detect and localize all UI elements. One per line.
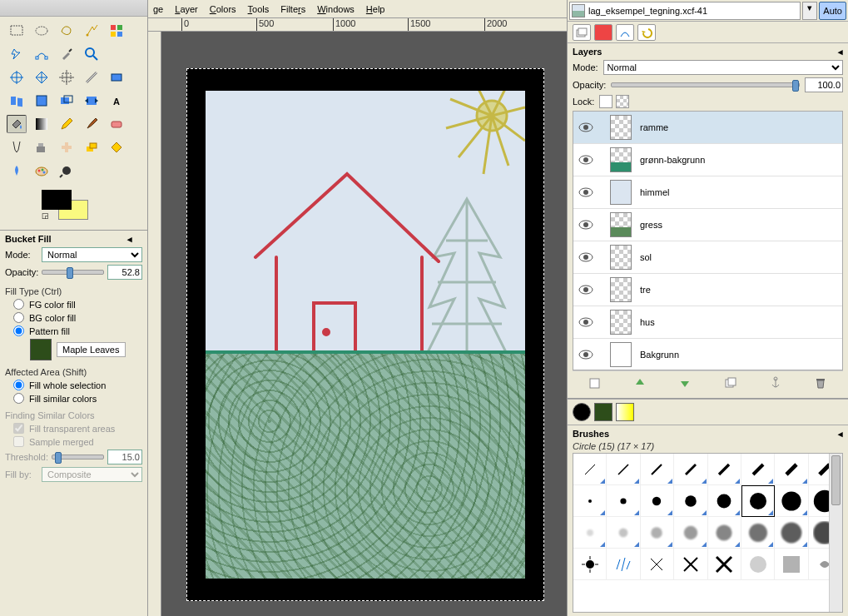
align-tool[interactable] bbox=[7, 68, 27, 87]
visibility-icon[interactable] bbox=[578, 250, 593, 265]
text-tool[interactable]: A bbox=[107, 92, 126, 110]
lock-pixels-check[interactable] bbox=[599, 95, 612, 108]
brush-item[interactable] bbox=[607, 454, 640, 485]
brush-item[interactable] bbox=[641, 549, 674, 580]
tab-layers[interactable] bbox=[573, 24, 591, 41]
lower-layer-button[interactable] bbox=[677, 375, 693, 391]
zoom-tool[interactable] bbox=[82, 45, 102, 63]
brush-item[interactable] bbox=[607, 485, 640, 517]
layer-row[interactable]: grønn-bakgrunn bbox=[573, 144, 842, 176]
menu-colors[interactable]: Colors bbox=[210, 4, 236, 14]
brush-item[interactable] bbox=[741, 485, 775, 517]
tab-paths[interactable] bbox=[616, 24, 634, 41]
layer-name[interactable]: tre bbox=[640, 285, 651, 295]
layer-row[interactable]: hus bbox=[573, 306, 842, 339]
crop-tool[interactable] bbox=[32, 68, 52, 87]
visibility-icon[interactable] bbox=[578, 315, 593, 330]
image-selector[interactable]: lag_eksempel_tegning.xcf-41 bbox=[569, 2, 801, 20]
brush-item[interactable] bbox=[573, 454, 607, 485]
brush-item[interactable] bbox=[708, 485, 741, 517]
rotate-tool[interactable] bbox=[57, 68, 77, 87]
visibility-icon[interactable] bbox=[578, 185, 593, 200]
layer-name[interactable]: sol bbox=[640, 252, 652, 262]
layers-menu-icon[interactable]: ◂ bbox=[838, 47, 843, 57]
pencil-tool[interactable] bbox=[57, 115, 77, 133]
brush-item[interactable] bbox=[775, 454, 808, 485]
unified-transform-tool[interactable] bbox=[57, 92, 77, 110]
dodge-tool[interactable] bbox=[7, 161, 27, 180]
visibility-icon[interactable] bbox=[578, 152, 593, 167]
layer-name[interactable]: himmel bbox=[640, 187, 669, 197]
brush-tab[interactable] bbox=[573, 403, 591, 421]
brush-item[interactable] bbox=[674, 517, 707, 549]
brush-item[interactable] bbox=[775, 549, 808, 580]
visibility-icon[interactable] bbox=[578, 347, 593, 362]
menu-tools[interactable]: Tools bbox=[248, 4, 270, 14]
mode-select[interactable]: Normal bbox=[42, 247, 142, 262]
paintbrush-tool[interactable] bbox=[82, 115, 102, 133]
ellipse-select-tool[interactable] bbox=[32, 22, 52, 40]
pattern-swatch[interactable] bbox=[30, 339, 52, 360]
shear-tool[interactable] bbox=[107, 68, 126, 87]
layer-name[interactable]: hus bbox=[640, 317, 655, 327]
brushes-menu-icon[interactable]: ◂ bbox=[838, 429, 843, 440]
menu-help[interactable]: Help bbox=[366, 4, 385, 14]
new-layer-button[interactable] bbox=[587, 375, 603, 391]
flip-tool[interactable] bbox=[7, 92, 27, 110]
layer-opacity-value[interactable] bbox=[805, 77, 843, 92]
menu-image[interactable]: ge bbox=[153, 4, 163, 14]
mypaint-tool[interactable] bbox=[32, 161, 52, 180]
menu-windows[interactable]: Windows bbox=[317, 4, 355, 14]
delete-layer-button[interactable] bbox=[812, 375, 829, 391]
brush-item[interactable] bbox=[708, 517, 741, 549]
brush-item[interactable] bbox=[741, 454, 775, 485]
brush-item[interactable] bbox=[775, 485, 808, 517]
layer-name[interactable]: Bakgrunn bbox=[640, 350, 679, 360]
menu-filters[interactable]: Filters bbox=[280, 4, 305, 14]
brush-item[interactable] bbox=[607, 549, 640, 580]
brush-item[interactable] bbox=[641, 485, 674, 517]
eraser-tool[interactable] bbox=[107, 115, 126, 133]
ink-tool[interactable] bbox=[7, 138, 27, 156]
free-select-tool[interactable] bbox=[57, 22, 77, 40]
brush-item[interactable] bbox=[708, 454, 741, 485]
layer-row[interactable]: himmel bbox=[573, 176, 842, 209]
brush-scrollbar[interactable] bbox=[829, 454, 842, 612]
brush-item[interactable] bbox=[674, 485, 707, 517]
foreground-color[interactable] bbox=[42, 190, 72, 210]
visibility-icon[interactable] bbox=[578, 217, 593, 232]
scale-tool[interactable] bbox=[82, 68, 102, 87]
opacity-value[interactable] bbox=[107, 265, 142, 280]
clone-tool[interactable] bbox=[32, 138, 52, 156]
auto-button[interactable]: Auto bbox=[819, 2, 846, 20]
swap-colors-icon[interactable]: ◲ bbox=[42, 211, 49, 220]
panel-menu-icon[interactable]: ◂ bbox=[127, 234, 142, 244]
perspective-clone-tool[interactable] bbox=[82, 138, 102, 156]
blend-tool[interactable] bbox=[32, 115, 52, 133]
pattern-fill-radio[interactable] bbox=[13, 325, 24, 336]
fuzzy-select-tool[interactable] bbox=[82, 22, 102, 40]
tab-undo[interactable] bbox=[637, 24, 656, 41]
brush-item[interactable] bbox=[741, 517, 775, 549]
opacity-slider[interactable] bbox=[42, 270, 104, 275]
cage-tool[interactable] bbox=[32, 92, 52, 110]
bucket-fill-tool[interactable] bbox=[7, 115, 27, 133]
brush-item[interactable] bbox=[573, 517, 607, 549]
brush-item[interactable] bbox=[708, 549, 741, 580]
layer-row[interactable]: ramme bbox=[573, 112, 842, 144]
rect-select-tool[interactable] bbox=[7, 22, 27, 40]
duplicate-layer-button[interactable] bbox=[722, 375, 739, 391]
canvas-viewport[interactable] bbox=[161, 32, 567, 616]
foreground-select-tool[interactable] bbox=[7, 45, 27, 63]
lock-alpha-check[interactable] bbox=[616, 95, 629, 108]
bg-fill-radio[interactable] bbox=[13, 312, 24, 323]
layer-row[interactable]: gress bbox=[573, 209, 842, 241]
heal-tool[interactable] bbox=[57, 138, 77, 156]
layer-row[interactable]: Bakgrunn bbox=[573, 339, 842, 370]
brush-item[interactable] bbox=[641, 454, 674, 485]
layer-name[interactable]: gress bbox=[640, 220, 662, 230]
fill-whole-radio[interactable] bbox=[13, 380, 24, 390]
blur-tool[interactable] bbox=[107, 138, 126, 156]
color-picker-tool[interactable] bbox=[57, 45, 77, 63]
paths-tool[interactable] bbox=[32, 45, 52, 63]
